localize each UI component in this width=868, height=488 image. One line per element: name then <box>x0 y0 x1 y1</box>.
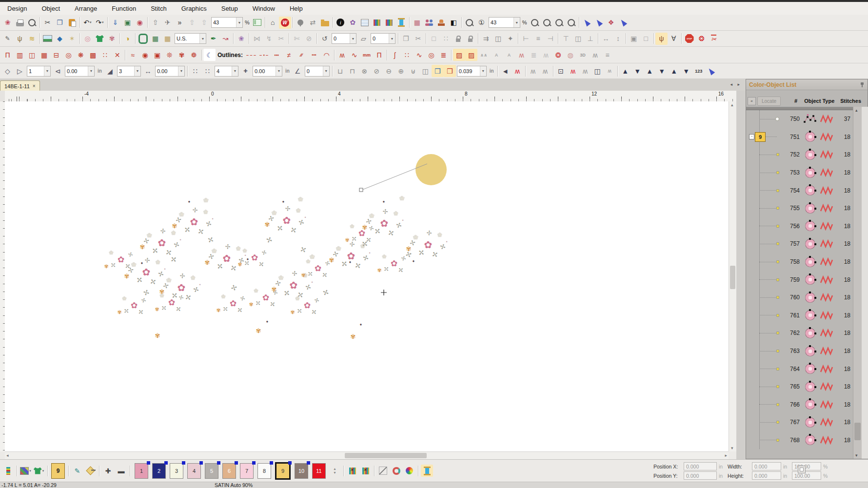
duplicate-icon[interactable]: ❐ <box>400 33 412 45</box>
overlap-color-icon[interactable]: ❒ <box>444 65 456 77</box>
color-list-icon[interactable] <box>371 17 383 29</box>
group-icon[interactable]: ▣ <box>628 33 640 45</box>
color-swatch-5[interactable]: 5 <box>205 463 218 479</box>
underlay-a-icon[interactable]: ʍ <box>527 65 539 77</box>
color-swatch-3[interactable]: 3 <box>170 463 183 479</box>
outline-zigzag-icon[interactable]: ≠ <box>283 49 295 61</box>
underlay-b-icon[interactable]: ʍ <box>539 65 552 77</box>
open-folder-icon[interactable] <box>319 17 331 29</box>
canvas-vertical-scrollbar[interactable]: ▴ ▾ <box>729 101 737 451</box>
stitch-count-spin-value[interactable] <box>27 68 44 74</box>
width-percent-field[interactable]: 100.00 <box>792 462 821 470</box>
current-color-chip[interactable]: 9 <box>51 463 65 479</box>
applique-fill-icon[interactable]: ⊟ <box>50 49 62 61</box>
measurement-units-select[interactable]: ▼ <box>175 33 206 44</box>
select-alt-icon[interactable] <box>617 17 630 29</box>
knife-icon[interactable]: ✄ <box>291 33 303 45</box>
stop-icon[interactable] <box>683 33 695 45</box>
outline-dash2-icon[interactable]: – ▪ – <box>257 49 270 61</box>
align-top-icon[interactable]: ⊤ <box>560 33 572 45</box>
overview-window-icon[interactable] <box>251 17 263 29</box>
pull-comp-input-value[interactable] <box>457 68 480 74</box>
trim-shapes-icon[interactable]: ⊓ <box>346 65 358 77</box>
ripple-fill-icon[interactable]: ▣ <box>151 49 163 61</box>
dropdown-caret-icon[interactable]: ▼ <box>134 66 140 76</box>
contrast-view-icon[interactable]: ◧ <box>448 17 460 29</box>
zoom-tool-icon[interactable] <box>463 17 475 29</box>
outline-block-icon[interactable]: ∷ <box>401 49 413 61</box>
object-row-757[interactable]: 75718 <box>746 235 853 253</box>
star-fill-icon[interactable]: ❋ <box>75 49 87 61</box>
object-row-763[interactable]: 76318 <box>746 342 853 360</box>
spacing-input-value[interactable] <box>156 68 178 74</box>
outline-loop-icon[interactable]: ʃ <box>389 49 401 61</box>
space-horizontal-icon[interactable]: ↔ <box>600 33 612 45</box>
redo-icon[interactable]: ↷▾ <box>94 17 106 29</box>
color-swatch-2[interactable]: 2 <box>152 463 166 479</box>
stitch-run-icon[interactable]: » <box>174 17 186 29</box>
outline-dash-icon[interactable]: – – – <box>245 49 257 61</box>
spool-icon[interactable] <box>395 17 408 29</box>
travel-end-icon[interactable]: ▼ <box>631 65 644 77</box>
stitch-edit-icon[interactable]: ✂ <box>275 33 287 45</box>
morph-fill-icon[interactable]: ✾ <box>176 49 188 61</box>
spacing-icon[interactable]: ↔ <box>142 65 154 77</box>
panel-scrollbar[interactable]: ▴ ▾ <box>853 107 862 459</box>
zoom-factor-input-value[interactable] <box>489 20 513 25</box>
branching-icon[interactable]: ψ <box>655 33 668 45</box>
space-vertical-icon[interactable]: ↕ <box>612 33 624 45</box>
lift-design-icon[interactable]: ⇧ <box>149 17 161 29</box>
print-icon[interactable] <box>14 17 26 29</box>
align-bottom-icon[interactable]: ⊥ <box>584 33 596 45</box>
thread-mix-icon[interactable] <box>346 465 358 477</box>
lasso-select-icon[interactable] <box>593 17 605 29</box>
wave-fill-icon[interactable]: ≈ <box>127 49 139 61</box>
color-swatch-1[interactable]: 1 <box>135 463 148 479</box>
menu-graphics[interactable]: Graphics <box>174 2 214 15</box>
zoom-1-1-icon[interactable]: ① <box>475 17 488 29</box>
design-canvas[interactable]: ✿❀❀✾✢✢✢✢✢•✿❀❀✾✢✢✢✢✢•✿❀❀✾✢✢✢✢✢•✿❀❀✾✢✢✢✢✢•… <box>5 101 729 451</box>
menu-arrange[interactable]: Arrange <box>67 2 104 15</box>
palette-icon[interactable]: ▾ <box>20 465 32 477</box>
canvas-horizontal-scrollbar[interactable]: ◂ ▸ <box>5 451 729 460</box>
scroll-up-icon[interactable]: ▴ <box>731 102 733 107</box>
document-tab[interactable]: 14BE-1-11 × <box>0 80 40 91</box>
height-field[interactable]: 0.000 <box>752 471 781 480</box>
pull-comp-input[interactable]: ▼ <box>457 66 487 77</box>
position-x-field[interactable]: 0.000 <box>684 462 717 470</box>
outline-dots-icon[interactable]: ••• <box>308 49 320 61</box>
jagged-edge-icon[interactable]: ʍ <box>515 49 528 61</box>
magic-wand-icon[interactable]: ✦ <box>504 33 516 45</box>
scroll-down-icon[interactable]: ▾ <box>731 446 733 450</box>
product-mockup-icon[interactable] <box>94 33 106 45</box>
unlock-icon[interactable] <box>464 33 476 45</box>
pattern-run-icon[interactable]: ▨ <box>465 49 477 61</box>
mirror-merge-icon[interactable]: ⋈ <box>251 33 263 45</box>
exclude-icon[interactable]: ⊘ <box>371 65 383 77</box>
select-tool-icon[interactable] <box>581 17 593 29</box>
locate-button[interactable]: Locate <box>757 97 781 106</box>
object-row-750[interactable]: 750✕37 <box>746 110 853 128</box>
object-row-767[interactable]: 76718 <box>746 413 853 431</box>
rotate-angle-input-value[interactable] <box>332 36 350 41</box>
dropdown-caret-icon[interactable]: ▼ <box>236 18 242 27</box>
angle-icon[interactable]: ∠ <box>292 65 304 77</box>
color-swatch-4[interactable]: 4 <box>187 463 201 479</box>
send-to-machine-icon[interactable]: ▣ <box>121 17 134 29</box>
position-y-field[interactable]: 0.000 <box>684 471 717 480</box>
flexi-split-icon[interactable]: ∧∧ <box>477 49 490 61</box>
density-spin[interactable]: ▼ <box>117 66 141 77</box>
break-apart-icon[interactable]: ↯ <box>263 33 275 45</box>
dropdown-caret-icon[interactable]: ▼ <box>350 34 356 43</box>
skew-icon[interactable]: ▱ <box>357 33 370 45</box>
density-icon[interactable]: ◢ <box>104 65 116 77</box>
offset-spin-value[interactable] <box>215 68 232 74</box>
line-fx-icon[interactable]: ≡ <box>601 49 613 61</box>
skew-angle-input[interactable]: ▼ <box>371 33 395 44</box>
penetration-tool-icon[interactable]: ψ <box>14 33 26 45</box>
undo-icon[interactable]: ↶▾ <box>81 17 94 29</box>
transform-design-icon[interactable]: ❀ <box>235 33 247 45</box>
rotate-icon[interactable]: ↺ <box>318 33 331 45</box>
rotate-angle-input[interactable]: ▼ <box>332 33 356 44</box>
thread-mix2-icon[interactable] <box>359 465 372 477</box>
